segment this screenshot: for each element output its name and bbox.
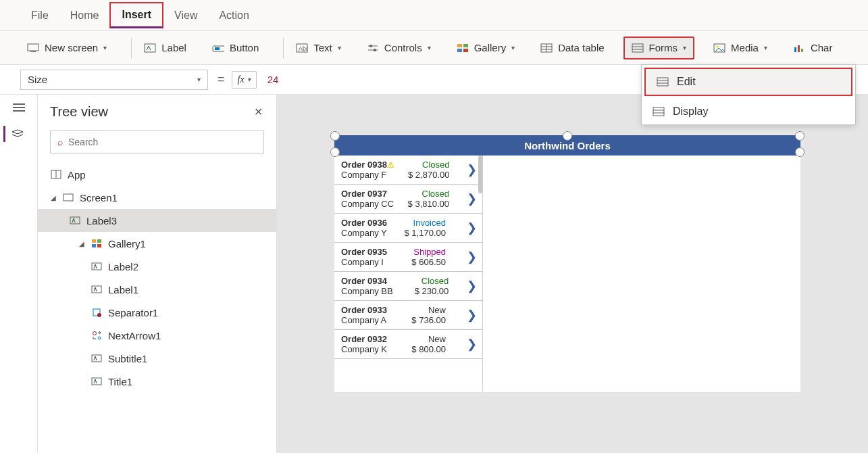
- forms-dropdown-display[interactable]: Display: [642, 99, 855, 124]
- hamburger-icon[interactable]: [12, 103, 26, 112]
- order-amount: $ 2,870.00: [408, 170, 449, 180]
- text-button[interactable]: Abc Text ▾: [289, 38, 348, 58]
- resize-handle[interactable]: [795, 147, 805, 157]
- screen-icon: [27, 42, 39, 54]
- selection-handles[interactable]: [330, 131, 805, 157]
- menu-view[interactable]: View: [163, 4, 208, 27]
- fx-button[interactable]: fx ▾: [232, 71, 257, 89]
- new-screen-button[interactable]: New screen ▾: [20, 38, 113, 58]
- tree-subtitle1[interactable]: Subtitle1: [38, 347, 276, 370]
- tree-nextarrow1[interactable]: NextArrow1: [38, 324, 276, 347]
- svg-point-8: [369, 45, 372, 47]
- tree-view-pane: Tree view ✕ ⌕ App ◢ Screen1 Label3 ◢: [38, 95, 277, 453]
- expand-icon[interactable]: ◢: [50, 194, 57, 201]
- order-company: Company A: [341, 315, 387, 325]
- button-button[interactable]: Button: [205, 38, 265, 58]
- gallery-item[interactable]: Order 0933Company ANew$ 736.00❯: [334, 301, 482, 330]
- chevron-down-icon: ▾: [338, 44, 341, 51]
- chevron-right-icon[interactable]: ❯: [463, 162, 477, 177]
- nextarrow-icon: [91, 329, 103, 341]
- svg-rect-24: [794, 47, 796, 52]
- chart-button[interactable]: Char: [786, 38, 840, 58]
- svg-point-48: [93, 332, 97, 335]
- tree-label1[interactable]: Label1: [38, 278, 276, 301]
- tree-gallery1-label: Gallery1: [108, 238, 146, 249]
- tree-label2[interactable]: Label2: [38, 255, 276, 278]
- expand-icon[interactable]: ◢: [78, 240, 85, 247]
- controls-button[interactable]: Controls ▾: [360, 38, 438, 58]
- label-icon: [91, 283, 103, 295]
- gallery-item[interactable]: Order 0938⚠Company FClosed$ 2,870.00❯: [334, 156, 482, 185]
- order-amount: $ 3,810.00: [408, 199, 449, 209]
- tree-title1-label: Title1: [108, 376, 132, 387]
- chevron-right-icon[interactable]: ❯: [463, 249, 477, 264]
- order-title: Order 0938⚠: [341, 160, 394, 170]
- resize-handle[interactable]: [563, 131, 572, 141]
- property-selector[interactable]: Size ▾: [20, 70, 208, 90]
- gallery-item[interactable]: Order 0934Company BBClosed$ 230.00❯: [334, 272, 482, 301]
- gallery-button[interactable]: Gallery ▾: [450, 38, 522, 58]
- equals-icon: =: [218, 72, 225, 87]
- svg-rect-40: [92, 239, 96, 243]
- gallery-item[interactable]: Order 0937Company CCClosed$ 3,810.00❯: [334, 185, 482, 214]
- svg-rect-0: [28, 44, 39, 51]
- chevron-right-icon[interactable]: ❯: [463, 220, 477, 235]
- svg-point-23: [717, 45, 719, 47]
- menu-home[interactable]: Home: [59, 4, 110, 27]
- menu-action[interactable]: Action: [208, 4, 259, 27]
- tree-separator1[interactable]: Separator1: [38, 301, 276, 324]
- chevron-right-icon[interactable]: ❯: [463, 308, 477, 323]
- resize-handle[interactable]: [795, 131, 805, 141]
- tree-app[interactable]: App: [38, 163, 276, 186]
- tree-gallery1[interactable]: ◢ Gallery1: [38, 232, 276, 255]
- order-company: Company CC: [341, 199, 394, 209]
- svg-point-10: [374, 49, 376, 51]
- close-icon[interactable]: ✕: [254, 105, 263, 118]
- forms-dropdown-display-label: Display: [673, 105, 708, 118]
- chevron-right-icon[interactable]: ❯: [463, 191, 477, 206]
- media-button[interactable]: Media ▾: [707, 38, 774, 58]
- tree-subtitle1-label: Subtitle1: [108, 353, 147, 364]
- order-company: Company K: [341, 344, 387, 354]
- scrollbar[interactable]: [478, 156, 482, 193]
- svg-rect-12: [463, 44, 468, 47]
- data-table-button[interactable]: Data table: [534, 38, 611, 58]
- forms-button[interactable]: Forms ▾: [623, 37, 695, 59]
- chevron-right-icon[interactable]: ❯: [463, 337, 477, 352]
- svg-text:Abc: Abc: [299, 45, 308, 52]
- svg-rect-11: [457, 44, 462, 47]
- tree-view-rail-icon[interactable]: [3, 126, 24, 142]
- tree-list: App ◢ Screen1 Label3 ◢ Gallery1 Label2 L…: [38, 160, 276, 393]
- gallery-item[interactable]: Order 0932Company KNew$ 800.00❯: [334, 330, 482, 359]
- order-amount: $ 606.50: [411, 257, 446, 267]
- app-icon: [50, 168, 62, 181]
- form-display-icon: [653, 105, 665, 118]
- resize-handle[interactable]: [330, 131, 340, 141]
- svg-rect-14: [463, 49, 468, 52]
- order-title: Order 0932: [341, 334, 387, 344]
- tree-search-input[interactable]: [68, 137, 257, 147]
- chevron-down-icon: ▾: [247, 76, 251, 83]
- gallery-item[interactable]: Order 0936Company YInvoiced$ 1,170.00❯: [334, 214, 482, 243]
- order-status: Closed: [422, 276, 449, 286]
- chevron-right-icon[interactable]: ❯: [463, 279, 477, 293]
- label-icon: [144, 42, 156, 54]
- order-title: Order 0937: [341, 189, 394, 199]
- tree-title1[interactable]: Title1: [38, 370, 276, 393]
- formula-value[interactable]: 24: [263, 74, 279, 85]
- forms-dropdown: Edit Display: [641, 64, 856, 125]
- label-button[interactable]: Label: [137, 38, 193, 58]
- canvas[interactable]: Northwind Orders Order 0938⚠Company FClo…: [277, 95, 868, 453]
- tree-screen1[interactable]: ◢ Screen1: [38, 186, 276, 209]
- chevron-down-icon: ▾: [103, 44, 107, 51]
- tree-label3[interactable]: Label3: [38, 209, 276, 232]
- menu-file[interactable]: File: [20, 4, 59, 27]
- tree-search[interactable]: ⌕: [50, 130, 264, 153]
- menu-insert[interactable]: Insert: [109, 2, 163, 28]
- svg-rect-27: [657, 78, 668, 86]
- svg-rect-50: [92, 355, 101, 362]
- forms-dropdown-edit[interactable]: Edit: [644, 68, 852, 96]
- gallery-item[interactable]: Order 0935Company IShipped$ 606.50❯: [334, 243, 482, 272]
- chevron-down-icon: ▾: [683, 44, 686, 51]
- gallery-preview[interactable]: Order 0938⚠Company FClosed$ 2,870.00❯Ord…: [334, 156, 483, 392]
